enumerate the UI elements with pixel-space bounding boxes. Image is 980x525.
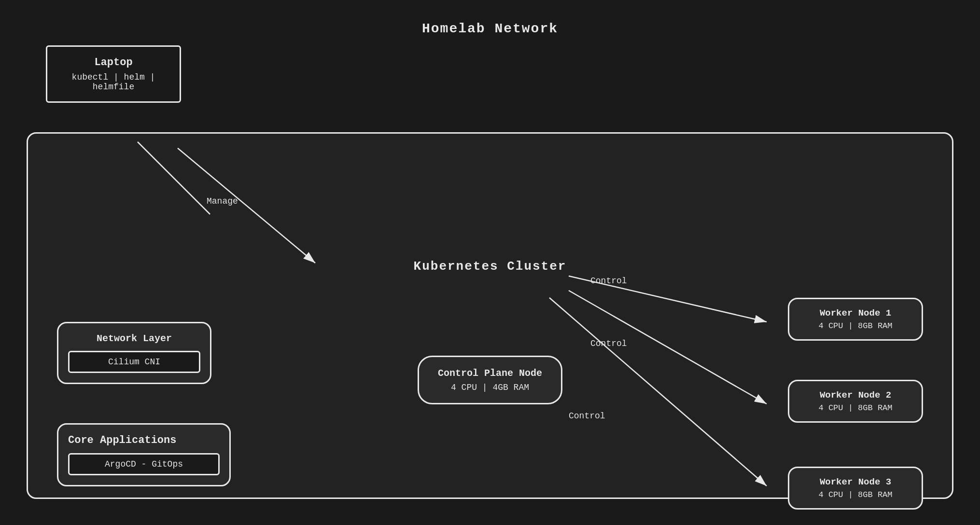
worker-node-2: Worker Node 2 4 CPU | 8GB RAM [788,380,923,423]
control-plane-specs: 4 CPU | 4GB RAM [429,383,551,392]
worker-node-3-specs: 4 CPU | 8GB RAM [797,490,914,499]
control-label-3: Control [569,411,605,421]
svg-line-3 [569,290,767,404]
worker-node-1: Worker Node 1 4 CPU | 8GB RAM [788,298,923,341]
core-apps-title: Core Applications [68,434,220,446]
control-plane-title: Control Plane Node [429,368,551,379]
network-layer-box: Network Layer Cilium CNI [57,322,211,384]
core-apps-box: Core Applications ArgoCD - GitOps [57,423,231,486]
kubernetes-label: Kubernetes Cluster [409,259,572,274]
worker-node-2-title: Worker Node 2 [797,390,914,401]
worker-node-2-specs: 4 CPU | 8GB RAM [797,403,914,413]
kubernetes-cluster: Manage Control Control Control Network L… [27,132,953,499]
worker-node-3: Worker Node 3 4 CPU | 8GB RAM [788,467,923,510]
svg-line-2 [569,276,767,322]
main-diagram: Homelab Network Laptop kubectl | helm |h… [17,16,963,509]
homelab-title: Homelab Network [422,21,558,36]
svg-line-1 [178,148,315,263]
cilium-cni-box: Cilium CNI [68,351,200,373]
worker-node-3-title: Worker Node 3 [797,477,914,487]
argocd-box: ArgoCD - GitOps [68,453,220,475]
control-plane-node: Control Plane Node 4 CPU | 4GB RAM [418,356,562,404]
svg-line-4 [549,298,767,486]
laptop-title: Laptop [57,56,170,69]
control-label-1: Control [590,276,627,286]
network-layer-title: Network Layer [68,333,200,344]
worker-node-1-specs: 4 CPU | 8GB RAM [797,321,914,331]
worker-node-1-title: Worker Node 1 [797,308,914,318]
manage-label: Manage [207,196,238,206]
control-label-2: Control [590,339,627,348]
laptop-box: Laptop kubectl | helm |helmfile [46,45,181,103]
laptop-subtitle: kubectl | helm |helmfile [57,72,170,92]
